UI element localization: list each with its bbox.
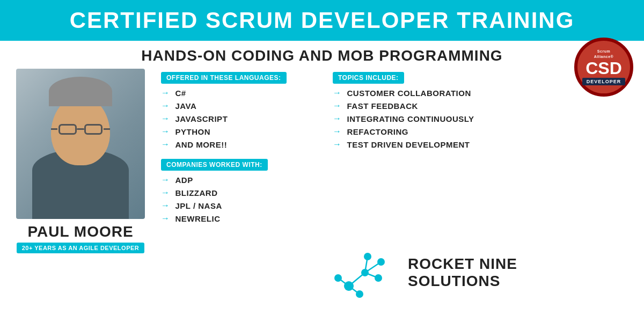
list-item: → BLIZZARD (161, 188, 322, 197)
svg-point-7 (361, 269, 369, 276)
badge-brand: ScrumAlliance® (594, 49, 614, 60)
arrow-icon: → (161, 114, 170, 123)
language-item: AND MORE!! (175, 140, 228, 149)
language-item: JAVA (175, 101, 197, 111)
company-item: BLIZZARD (175, 188, 218, 197)
subheader-section: HANDS-ON CODING AND MOB PROGRAMMING (0, 41, 644, 69)
person-name: PAUL MOORE (27, 223, 133, 240)
topics-label: TOPICS INCLUDE: (333, 72, 404, 84)
company-item: NEWRELIC (175, 214, 221, 223)
companies-section: COMPANIES WORKED WITH: → ADP → BLIZZARD … (161, 159, 322, 223)
arrow-icon: → (333, 140, 342, 149)
company-item: JPL / NASA (175, 201, 222, 210)
topic-item: CUSTOMER COLLABORATION (347, 89, 471, 98)
glasses-decoration (56, 124, 105, 136)
topic-item: TEST DRIVEN DEVELOPMENT (347, 140, 470, 149)
arrow-icon: → (161, 140, 170, 149)
middle-column: OFFERED IN THESE LANGUAGES: → C# → JAVA … (161, 69, 322, 305)
topic-item: INTEGRATING CONTINUOUSLY (347, 114, 474, 123)
language-item: JAVASCRIPT (175, 114, 228, 123)
list-item: → NEWRELIC (161, 214, 322, 223)
company-name-line2: SOLUTIONS (408, 273, 517, 290)
list-item: → TEST DRIVEN DEVELOPMENT (333, 140, 633, 149)
csd-badge: ScrumAlliance® CSD DEVELOPER (574, 38, 633, 97)
header-banner: CERTIFIED SCRUM DEVELOPER TRAINING (0, 0, 644, 41)
list-item: → INTEGRATING CONTINUOUSLY (333, 114, 633, 123)
arrow-icon: → (161, 175, 170, 185)
person-title: 20+ YEARS AS AN AGILE DEVELOPER (17, 243, 145, 253)
languages-section: OFFERED IN THESE LANGUAGES: → C# → JAVA … (161, 72, 322, 149)
companies-label: COMPANIES WORKED WITH: (161, 159, 268, 171)
list-item: → JAVASCRIPT (161, 114, 322, 123)
arrow-icon: → (333, 114, 342, 123)
svg-point-8 (377, 258, 385, 266)
person-column: PAUL MOORE 20+ YEARS AS AN AGILE DEVELOP… (11, 69, 150, 305)
companies-list: → ADP → BLIZZARD → JPL / NASA → NEWRELIC (161, 175, 322, 223)
list-item: → ADP (161, 175, 322, 185)
svg-point-10 (356, 290, 363, 298)
subheader-title: HANDS-ON CODING AND MOB PROGRAMMING (11, 47, 633, 64)
network-logo-icon (333, 246, 397, 299)
badge-code: CSD (586, 60, 622, 77)
arrow-icon: → (333, 88, 342, 98)
badge-type: DEVELOPER (582, 78, 626, 85)
arrow-icon: → (161, 101, 170, 111)
svg-point-11 (334, 274, 342, 282)
arrow-icon: → (161, 127, 170, 136)
company-name-line1: ROCKET NINE (408, 255, 517, 273)
list-item: → JAVA (161, 101, 322, 111)
page-title: CERTIFIED SCRUM DEVELOPER TRAINING (11, 8, 633, 33)
language-item: PYTHON (175, 127, 211, 136)
arrow-icon: → (161, 201, 170, 210)
company-logo-section: ROCKET NINE SOLUTIONS (333, 246, 633, 305)
company-name: ROCKET NINE SOLUTIONS (408, 255, 517, 290)
list-item: → AND MORE!! (161, 140, 322, 149)
person-photo (16, 69, 145, 219)
list-item: → JPL / NASA (161, 201, 322, 210)
main-content: PAUL MOORE 20+ YEARS AS AN AGILE DEVELOP… (0, 69, 644, 305)
arrow-icon: → (161, 188, 170, 197)
list-item: → REFACTORING (333, 127, 633, 136)
arrow-icon: → (161, 88, 170, 98)
language-item: C# (175, 89, 186, 98)
languages-list: → C# → JAVA → JAVASCRIPT → PYTHON (161, 88, 322, 149)
topics-list: → CUSTOMER COLLABORATION → FAST FEEDBACK… (333, 88, 633, 149)
list-item: → FAST FEEDBACK (333, 101, 633, 111)
arrow-icon: → (161, 214, 170, 223)
right-column: TOPICS INCLUDE: → CUSTOMER COLLABORATION… (333, 69, 633, 305)
svg-point-9 (375, 274, 382, 282)
list-item: → C# (161, 88, 322, 98)
arrow-icon: → (333, 101, 342, 111)
arrow-icon: → (333, 127, 342, 136)
company-item: ADP (175, 175, 193, 185)
topic-item: FAST FEEDBACK (347, 101, 418, 111)
list-item: → PYTHON (161, 127, 322, 136)
svg-point-6 (344, 281, 354, 291)
topic-item: REFACTORING (347, 127, 408, 136)
svg-point-12 (364, 253, 371, 260)
languages-label: OFFERED IN THESE LANGUAGES: (161, 72, 287, 84)
